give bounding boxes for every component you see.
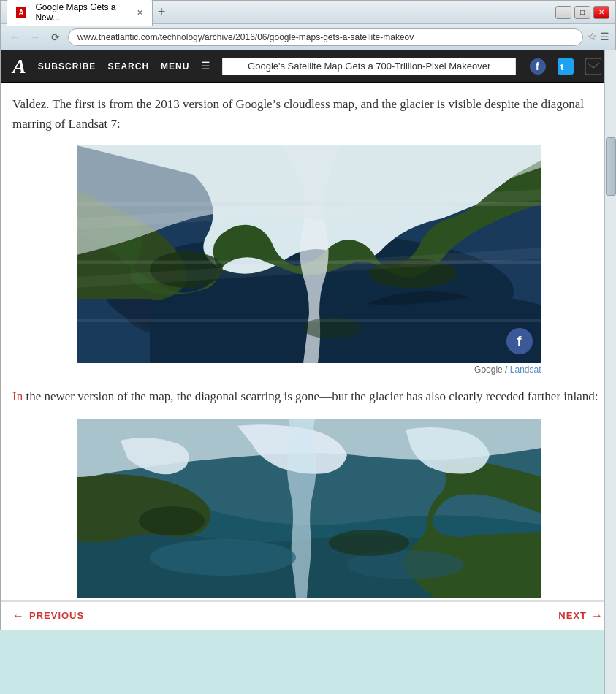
tab-close-button[interactable]: ✕ [137, 8, 143, 18]
image-container-1: f Google / Landsat [12, 145, 605, 375]
site-logo: A [12, 55, 26, 78]
tab-title: Google Maps Gets a New... [35, 2, 132, 23]
reload-button[interactable]: ⟳ [47, 29, 64, 45]
next-link[interactable]: NEXT → [558, 609, 604, 622]
bottom-nav: ← PREVIOUS NEXT → [1, 600, 615, 630]
back-button[interactable]: ← [7, 29, 23, 45]
prev-label: PREVIOUS [29, 610, 84, 621]
article-text-2: In the newer version of the map, the dia… [12, 386, 605, 406]
address-bar: ← → ⟳ ☆ ☰ [1, 24, 615, 50]
maximize-button[interactable]: □ [574, 6, 590, 19]
address-input[interactable] [68, 28, 583, 46]
svg-text:f: f [536, 61, 539, 72]
close-button[interactable]: ✕ [593, 6, 609, 19]
article-text-1: Valdez. The first is from the 2013 versi… [12, 94, 605, 134]
image-container-2 [12, 419, 605, 598]
facebook-share-button[interactable]: f [506, 328, 533, 354]
article-content: Valdez. The first is from the 2013 versi… [1, 83, 616, 600]
twitter-share-icon[interactable]: t [555, 56, 576, 77]
svg-point-16 [150, 539, 296, 576]
tab-favicon: A [16, 7, 26, 18]
menu-icon: ☰ [201, 60, 210, 72]
scrollbar[interactable] [604, 50, 616, 694]
scrollbar-thumb[interactable] [606, 137, 616, 196]
browser-menu-icon[interactable]: ☰ [600, 31, 609, 43]
prev-arrow-icon: ← [12, 609, 25, 622]
satellite-image-2 [77, 419, 541, 598]
social-icons: f t [528, 56, 604, 77]
forward-button[interactable]: → [27, 29, 43, 45]
next-label: NEXT [558, 610, 587, 621]
svg-rect-4 [585, 58, 601, 75]
search-link[interactable]: SEARCH [107, 61, 149, 72]
subscribe-link[interactable]: SUBSCRIBE [38, 61, 96, 72]
email-share-icon[interactable] [583, 56, 604, 77]
svg-text:t: t [560, 61, 564, 72]
landsat-link[interactable]: Landsat [510, 365, 541, 375]
svg-point-19 [329, 530, 409, 556]
bookmark-icon[interactable]: ☆ [588, 31, 597, 43]
new-tab-button[interactable]: + [153, 4, 170, 21]
title-bar: A Google Maps Gets a New... ✕ + − □ ✕ [1, 1, 615, 24]
window-controls: − □ ✕ [555, 6, 609, 19]
browser-tab[interactable]: A Google Maps Gets a New... ✕ [7, 0, 153, 26]
image-caption-1: Google / Landsat [77, 365, 541, 375]
previous-link[interactable]: ← PREVIOUS [12, 609, 84, 622]
next-arrow-icon: → [591, 609, 604, 622]
article-title-bar: Google's Satellite Map Gets a 700-Trilli… [222, 58, 516, 75]
site-nav: A SUBSCRIBE SEARCH MENU ☰ Google's Satel… [1, 50, 615, 83]
facebook-share-icon[interactable]: f [528, 56, 548, 77]
svg-point-18 [139, 506, 205, 535]
satellite-image-1: f [77, 145, 541, 363]
menu-link[interactable]: MENU [161, 61, 189, 72]
minimize-button[interactable]: − [555, 6, 571, 19]
